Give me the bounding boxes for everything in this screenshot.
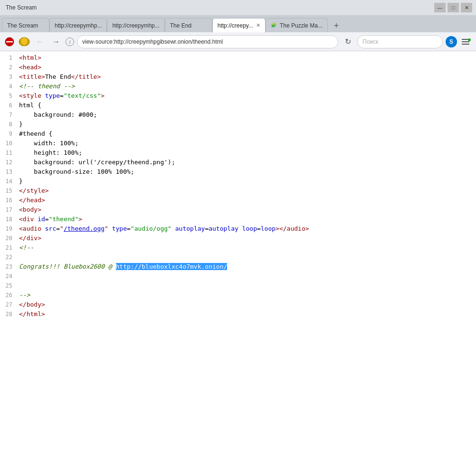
highlighted-url: http://blueboxlxc4o7mvk.onion/ <box>116 263 228 270</box>
tab-label: http://creepy... <box>218 22 253 29</box>
search-placeholder: Поиск <box>362 38 378 45</box>
source-line-12: 12 background: url('/creepy/theend.png')… <box>0 158 476 167</box>
new-tab-button[interactable]: + <box>330 19 343 32</box>
tabs-bar: The Scream http://creepymhp... http://cr… <box>0 15 476 32</box>
search-box[interactable]: Поиск <box>357 35 443 48</box>
source-viewer: 1 <html> 2 <head> 3 <title>The End</titl… <box>0 51 476 468</box>
back-button[interactable]: ← <box>33 35 47 48</box>
source-line-16: 16 </head> <box>0 196 476 205</box>
tab-favicon-puzzle: 🧩 <box>271 22 277 29</box>
source-line-22: 22 <box>0 253 476 262</box>
source-line-15: 15 </style> <box>0 186 476 196</box>
source-line-24: 24 <box>0 271 476 281</box>
source-line-13: 13 background-size: 100% 100%; <box>0 167 476 177</box>
source-line-10: 10 width: 100%; <box>0 139 476 148</box>
source-line-18: 18 <div id="theend"> <box>0 215 476 224</box>
tab-the-scream[interactable]: The Scream <box>2 18 49 32</box>
nav-bar: ← → i view-source:http://creepymhpgibsew… <box>0 32 476 51</box>
source-line-3: 3 <title>The End</title> <box>0 72 476 82</box>
extension-icons: S <box>446 35 472 48</box>
address-text: view-source:http://creepymhpgibsewr.onio… <box>82 38 333 45</box>
title-bar: The Scream — □ ✕ <box>0 0 476 15</box>
source-line-23: 23 Congrats!!! Bluebox2600 @ http://blue… <box>0 262 476 271</box>
tab-the-end[interactable]: The End <box>165 18 212 32</box>
minimize-button[interactable]: — <box>434 3 446 12</box>
window-controls: — □ ✕ <box>434 3 472 12</box>
source-line-4: 4 <!-- theend --> <box>0 82 476 91</box>
source-line-21: 21 <!-- <box>0 243 476 253</box>
source-line-26: 26 --> <box>0 290 476 300</box>
menu-button[interactable] <box>459 35 472 48</box>
tab-close-icon[interactable]: ✕ <box>256 22 260 28</box>
skype-icon[interactable]: S <box>446 36 457 47</box>
tab-label: The End <box>170 22 191 29</box>
tab-creepy-2[interactable]: http://creepymhp... <box>49 18 107 32</box>
source-line-1: 1 <html> <box>0 53 476 63</box>
source-line-2: 2 <head> <box>0 63 476 72</box>
source-line-25: 25 <box>0 281 476 290</box>
info-icon: i <box>66 37 74 46</box>
source-line-8: 8 } <box>0 120 476 129</box>
source-line-7: 7 background: #000; <box>0 110 476 120</box>
tab-creepy-3[interactable]: http://creepymhp... <box>107 18 164 32</box>
block-icon <box>4 36 15 47</box>
source-line-5: 5 <style type="text/css"> <box>0 91 476 101</box>
forward-button[interactable]: → <box>49 35 63 48</box>
source-line-19: 19 <audio src="/theend.ogg" type="audio/… <box>0 224 476 234</box>
source-line-14: 14 } <box>0 177 476 186</box>
source-line-20: 20 </div> <box>0 234 476 243</box>
source-line-28: 28 </html> <box>0 309 476 319</box>
browser-window: The Scream — □ ✕ The Scream http://creep… <box>0 0 476 468</box>
source-line-11: 11 height: 100%; <box>0 148 476 158</box>
address-bar[interactable]: view-source:http://creepymhpgibsewr.onio… <box>77 35 338 48</box>
close-button[interactable]: ✕ <box>461 3 472 12</box>
tab-label: The Puzzle Ma... <box>280 22 323 29</box>
tab-puzzle[interactable]: 🧩 The Puzzle Ma... <box>266 18 328 32</box>
source-line-27: 27 </body> <box>0 300 476 309</box>
maximize-button[interactable]: □ <box>447 3 459 12</box>
tab-label: http://creepymhp... <box>112 22 159 29</box>
tab-label: The Scream <box>7 22 38 29</box>
shield-icon <box>18 36 30 48</box>
tab-label: http://creepymhp... <box>55 22 102 29</box>
refresh-button[interactable]: ↻ <box>341 35 354 48</box>
source-line-9: 9 #theend { <box>0 129 476 139</box>
source-line-17: 17 <body> <box>0 205 476 215</box>
window-title: The Scream <box>6 4 37 11</box>
tab-creepy-active[interactable]: http://creepy... ✕ <box>212 18 266 32</box>
source-line-6: 6 html { <box>0 101 476 110</box>
